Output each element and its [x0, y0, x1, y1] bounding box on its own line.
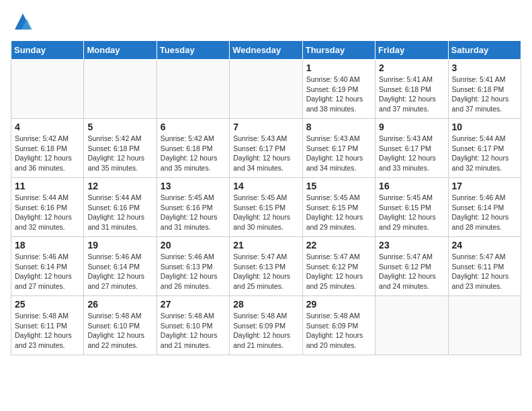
day-info: Sunrise: 5:41 AM Sunset: 6:18 PM Dayligh… — [379, 75, 444, 114]
calendar-cell: 4Sunrise: 5:42 AM Sunset: 6:18 PM Daylig… — [11, 119, 84, 178]
calendar-cell: 12Sunrise: 5:44 AM Sunset: 6:16 PM Dayli… — [84, 178, 157, 237]
day-info: Sunrise: 5:48 AM Sunset: 6:09 PM Dayligh… — [306, 311, 371, 351]
calendar-cell: 15Sunrise: 5:45 AM Sunset: 6:15 PM Dayli… — [302, 178, 375, 237]
day-info: Sunrise: 5:47 AM Sunset: 6:13 PM Dayligh… — [233, 252, 298, 291]
day-info: Sunrise: 5:42 AM Sunset: 6:18 PM Dayligh… — [15, 134, 80, 173]
day-info: Sunrise: 5:40 AM Sunset: 6:19 PM Dayligh… — [306, 75, 371, 114]
day-number: 21 — [233, 240, 298, 250]
day-of-week-header: Sunday — [11, 41, 84, 60]
day-info: Sunrise: 5:47 AM Sunset: 6:12 PM Dayligh… — [306, 252, 371, 291]
day-info: Sunrise: 5:43 AM Sunset: 6:17 PM Dayligh… — [379, 134, 444, 173]
calendar-cell: 2Sunrise: 5:41 AM Sunset: 6:18 PM Daylig… — [375, 60, 448, 119]
day-number: 25 — [15, 299, 80, 310]
calendar-cell: 13Sunrise: 5:45 AM Sunset: 6:16 PM Dayli… — [157, 178, 229, 237]
day-of-week-header: Monday — [84, 41, 157, 60]
calendar-week-row: 18Sunrise: 5:46 AM Sunset: 6:14 PM Dayli… — [11, 237, 521, 296]
calendar-cell: 14Sunrise: 5:45 AM Sunset: 6:15 PM Dayli… — [230, 178, 302, 237]
day-number: 7 — [233, 122, 298, 132]
calendar-cell: 28Sunrise: 5:48 AM Sunset: 6:09 PM Dayli… — [230, 296, 302, 355]
day-number: 23 — [379, 240, 444, 250]
calendar-cell: 25Sunrise: 5:48 AM Sunset: 6:11 PM Dayli… — [11, 296, 84, 355]
day-number: 5 — [87, 122, 152, 132]
day-number: 16 — [379, 181, 444, 191]
calendar-cell: 3Sunrise: 5:41 AM Sunset: 6:18 PM Daylig… — [448, 60, 521, 119]
day-of-week-header: Thursday — [302, 41, 375, 60]
day-number: 4 — [15, 122, 80, 132]
day-number: 3 — [452, 62, 517, 73]
calendar-cell: 17Sunrise: 5:46 AM Sunset: 6:14 PM Dayli… — [448, 178, 521, 237]
day-number: 17 — [452, 181, 517, 191]
calendar-cell — [230, 60, 302, 119]
day-info: Sunrise: 5:44 AM Sunset: 6:16 PM Dayligh… — [87, 193, 152, 232]
day-number: 10 — [452, 122, 517, 132]
day-info: Sunrise: 5:44 AM Sunset: 6:16 PM Dayligh… — [15, 193, 80, 232]
day-info: Sunrise: 5:44 AM Sunset: 6:17 PM Dayligh… — [452, 134, 517, 173]
calendar-cell: 16Sunrise: 5:45 AM Sunset: 6:15 PM Dayli… — [375, 178, 448, 237]
calendar-cell — [11, 60, 84, 119]
calendar-cell: 24Sunrise: 5:47 AM Sunset: 6:11 PM Dayli… — [448, 237, 521, 296]
day-of-week-header: Friday — [375, 41, 448, 60]
calendar-cell: 22Sunrise: 5:47 AM Sunset: 6:12 PM Dayli… — [302, 237, 375, 296]
day-number: 11 — [15, 181, 80, 191]
calendar-cell: 19Sunrise: 5:46 AM Sunset: 6:14 PM Dayli… — [84, 237, 157, 296]
day-number: 13 — [161, 181, 226, 191]
day-number: 6 — [161, 122, 226, 132]
day-number: 26 — [87, 299, 152, 310]
day-info: Sunrise: 5:42 AM Sunset: 6:18 PM Dayligh… — [87, 134, 152, 173]
calendar-week-row: 1Sunrise: 5:40 AM Sunset: 6:19 PM Daylig… — [11, 60, 521, 119]
day-info: Sunrise: 5:46 AM Sunset: 6:14 PM Dayligh… — [15, 252, 80, 291]
day-number: 1 — [306, 62, 371, 73]
day-of-week-header: Tuesday — [157, 41, 229, 60]
day-number: 20 — [161, 240, 226, 250]
calendar-cell — [448, 296, 521, 355]
calendar-cell: 1Sunrise: 5:40 AM Sunset: 6:19 PM Daylig… — [302, 60, 375, 119]
calendar-cell: 6Sunrise: 5:42 AM Sunset: 6:18 PM Daylig… — [157, 119, 229, 178]
day-number: 9 — [379, 122, 444, 132]
day-number: 19 — [87, 240, 152, 250]
calendar-cell — [157, 60, 229, 119]
day-info: Sunrise: 5:45 AM Sunset: 6:15 PM Dayligh… — [379, 193, 444, 232]
day-info: Sunrise: 5:48 AM Sunset: 6:10 PM Dayligh… — [161, 311, 226, 351]
day-number: 8 — [306, 122, 371, 132]
logo-icon — [12, 11, 34, 32]
day-number: 2 — [379, 62, 444, 73]
day-number: 29 — [306, 299, 371, 310]
calendar-cell: 10Sunrise: 5:44 AM Sunset: 6:17 PM Dayli… — [448, 119, 521, 178]
day-info: Sunrise: 5:43 AM Sunset: 6:17 PM Dayligh… — [306, 134, 371, 173]
day-info: Sunrise: 5:48 AM Sunset: 6:11 PM Dayligh… — [15, 311, 80, 351]
calendar-cell: 9Sunrise: 5:43 AM Sunset: 6:17 PM Daylig… — [375, 119, 448, 178]
day-number: 22 — [306, 240, 371, 250]
day-info: Sunrise: 5:47 AM Sunset: 6:12 PM Dayligh… — [379, 252, 444, 291]
calendar-cell — [84, 60, 157, 119]
day-info: Sunrise: 5:46 AM Sunset: 6:14 PM Dayligh… — [452, 193, 517, 232]
day-info: Sunrise: 5:45 AM Sunset: 6:15 PM Dayligh… — [233, 193, 298, 232]
calendar-cell: 26Sunrise: 5:48 AM Sunset: 6:10 PM Dayli… — [84, 296, 157, 355]
day-of-week-header: Saturday — [448, 41, 521, 60]
day-number: 12 — [87, 181, 152, 191]
day-info: Sunrise: 5:48 AM Sunset: 6:09 PM Dayligh… — [233, 311, 298, 351]
calendar-cell: 11Sunrise: 5:44 AM Sunset: 6:16 PM Dayli… — [11, 178, 84, 237]
calendar-week-row: 11Sunrise: 5:44 AM Sunset: 6:16 PM Dayli… — [11, 178, 521, 237]
day-info: Sunrise: 5:48 AM Sunset: 6:10 PM Dayligh… — [87, 311, 152, 351]
calendar-cell: 27Sunrise: 5:48 AM Sunset: 6:10 PM Dayli… — [157, 296, 229, 355]
day-info: Sunrise: 5:46 AM Sunset: 6:14 PM Dayligh… — [87, 252, 152, 291]
calendar-cell: 23Sunrise: 5:47 AM Sunset: 6:12 PM Dayli… — [375, 237, 448, 296]
calendar-cell: 7Sunrise: 5:43 AM Sunset: 6:17 PM Daylig… — [230, 119, 302, 178]
calendar-cell: 5Sunrise: 5:42 AM Sunset: 6:18 PM Daylig… — [84, 119, 157, 178]
calendar-week-row: 25Sunrise: 5:48 AM Sunset: 6:11 PM Dayli… — [11, 296, 521, 355]
day-number: 28 — [233, 299, 298, 310]
calendar-table: SundayMondayTuesdayWednesdayThursdayFrid… — [11, 40, 521, 355]
day-number: 18 — [15, 240, 80, 250]
day-info: Sunrise: 5:47 AM Sunset: 6:11 PM Dayligh… — [452, 252, 517, 291]
calendar-cell — [375, 296, 448, 355]
calendar-cell: 20Sunrise: 5:46 AM Sunset: 6:13 PM Dayli… — [157, 237, 229, 296]
calendar-week-row: 4Sunrise: 5:42 AM Sunset: 6:18 PM Daylig… — [11, 119, 521, 178]
day-number: 27 — [161, 299, 226, 310]
day-number: 14 — [233, 181, 298, 191]
day-number: 24 — [452, 240, 517, 250]
day-info: Sunrise: 5:41 AM Sunset: 6:18 PM Dayligh… — [452, 75, 517, 114]
calendar-cell: 18Sunrise: 5:46 AM Sunset: 6:14 PM Dayli… — [11, 237, 84, 296]
calendar-cell: 8Sunrise: 5:43 AM Sunset: 6:17 PM Daylig… — [302, 119, 375, 178]
day-number: 15 — [306, 181, 371, 191]
day-info: Sunrise: 5:46 AM Sunset: 6:13 PM Dayligh… — [161, 252, 226, 291]
